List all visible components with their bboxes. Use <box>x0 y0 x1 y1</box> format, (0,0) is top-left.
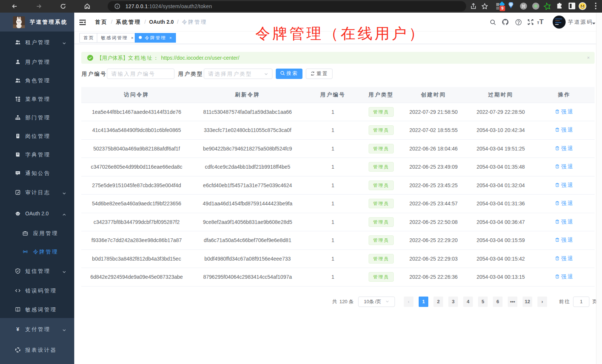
svg-text:A: A <box>24 251 26 253</box>
svg-text:¥: ¥ <box>16 326 19 332</box>
